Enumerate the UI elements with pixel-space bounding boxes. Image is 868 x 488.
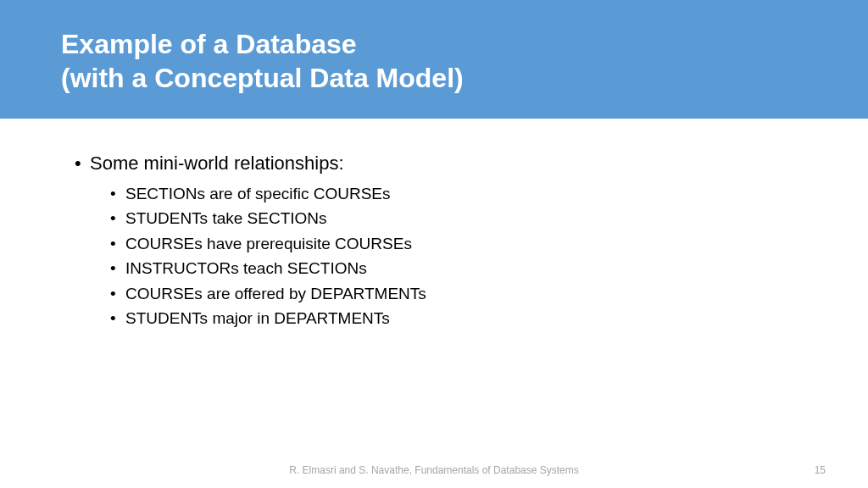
sub-bullet-list: SECTIONs are of specific COURSEs STUDENT… — [75, 181, 868, 331]
sub-bullet-item: STUDENTs major in DEPARTMENTs — [110, 306, 868, 330]
sub-bullet-item: COURSEs are offered by DEPARTMENTs — [110, 281, 868, 306]
title-line-1: Example of a Database — [61, 27, 868, 61]
slide-header: Example of a Database (with a Conceptual… — [0, 0, 868, 119]
sub-bullet-item: SECTIONs are of specific COURSEs — [110, 181, 868, 206]
sub-bullet-item: INSTRUCTORs teach SECTIONs — [110, 256, 868, 280]
main-bullet: Some mini-world relationships: — [75, 152, 868, 175]
footer-citation: R. Elmasri and S. Navathe, Fundamentals … — [289, 464, 579, 476]
slide-footer: R. Elmasri and S. Navathe, Fundamentals … — [0, 464, 868, 476]
page-number: 15 — [815, 464, 826, 476]
sub-bullet-item: STUDENTs take SECTIONs — [110, 206, 868, 230]
title-line-2: (with a Conceptual Data Model) — [61, 61, 868, 95]
sub-bullet-item: COURSEs have prerequisite COURSEs — [110, 231, 868, 256]
slide-content: Some mini-world relationships: SECTIONs … — [0, 119, 868, 331]
